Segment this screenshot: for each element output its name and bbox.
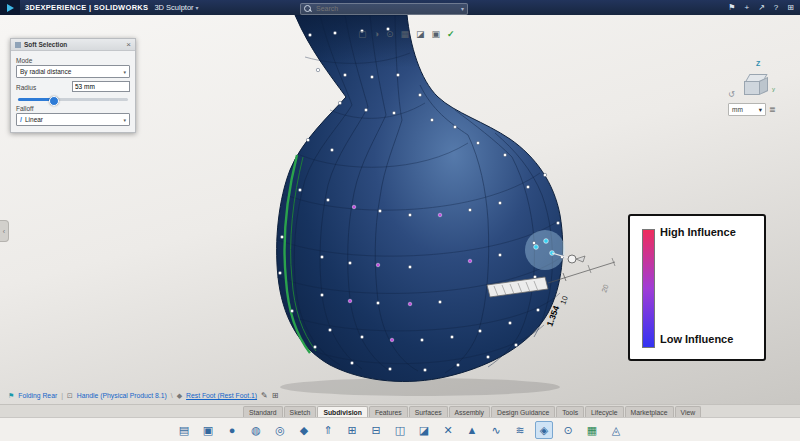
linear-falloff-icon: / [20, 116, 22, 123]
legend-high-label: High Influence [660, 226, 736, 238]
share-icon[interactable]: ↗ [758, 0, 765, 15]
tab-standard[interactable]: Standard [243, 406, 283, 417]
visibility-icon[interactable]: ⊙ [386, 29, 394, 39]
part-icon: ◆ [177, 392, 182, 400]
help-icon[interactable]: ? [774, 0, 778, 15]
smooth-mesh-icon[interactable]: ∿ [487, 421, 505, 439]
app-window: 3DEXPERIENCE | SOLIDWORKS 3D Sculptor ▾ … [0, 0, 800, 441]
mode-value: By radial distance [20, 68, 123, 75]
new-subdivision-part-icon[interactable]: ▤ [175, 421, 193, 439]
units-value: mm [732, 106, 743, 113]
tab-assembly[interactable]: Assembly [449, 406, 490, 417]
tab-view[interactable]: View [675, 406, 702, 417]
subdivide-mesh-icon[interactable]: ⊞ [343, 421, 361, 439]
flag-icon[interactable]: ⚑ [728, 0, 735, 15]
breadcrumb-item-rest-foot[interactable]: Rest Foot (Rest Foot.1) [186, 392, 257, 399]
z-axis-label: Z [756, 60, 760, 67]
3ds-compass-icon [7, 4, 14, 12]
add-icon[interactable]: + [744, 0, 749, 15]
action-bar: ▤ ▣ ● ◍ ◎ ◆ ⇑ ⊞ ⊟ ◫ ◪ ✕ ▲ ∿ ≋ ◈ ⊙ ▦ ◬ [0, 417, 800, 441]
app-name[interactable]: 3D Sculptor [154, 3, 193, 12]
top-bar: 3DEXPERIENCE | SOLIDWORKS 3D Sculptor ▾ … [0, 0, 800, 15]
crease-edge-icon[interactable]: ▲ [463, 421, 481, 439]
ruler-tick-20: 20 [600, 284, 609, 294]
box-primitive-icon[interactable]: ▣ [199, 421, 217, 439]
influence-legend: High Influence Low Influence [628, 214, 766, 361]
breadcrumb: ⚑ Folding Rear | ⊡ Handle (Physical Prod… [8, 391, 278, 400]
soft-selection-panel: Soft Selection × Mode By radial distance… [10, 38, 136, 133]
cylinder-primitive-icon[interactable]: ◍ [247, 421, 265, 439]
mirror-symmetry-icon[interactable]: ◫ [391, 421, 409, 439]
product-icon: ⊡ [67, 392, 73, 400]
tab-sketch[interactable]: Sketch [284, 406, 317, 417]
torus-primitive-icon[interactable]: ◎ [271, 421, 289, 439]
viewport-3d[interactable]: 10 20 1.354 ▢ ◑ ⊙ ▦ ◪ ▣ ✓ Soft Selection… [0, 15, 800, 404]
tab-tools[interactable]: Tools [556, 406, 584, 417]
units-dropdown[interactable]: mm ▾ [728, 103, 766, 116]
edit-icon[interactable]: ✎ [261, 391, 268, 400]
soft-selection-glow [525, 230, 565, 270]
view-modes-icon[interactable]: ▦ [401, 29, 410, 39]
split-loop-icon[interactable]: ◪ [415, 421, 433, 439]
panel-title: Soft Selection [24, 41, 126, 48]
mode-dropdown[interactable]: By radial distance ▾ [16, 65, 130, 78]
viewport-menu-icon[interactable]: ≣ [769, 105, 776, 114]
tab-lifecycle[interactable]: Lifecycle [585, 406, 623, 417]
radius-slider[interactable] [18, 98, 128, 101]
sphere-primitive-icon[interactable]: ● [223, 421, 241, 439]
topbar-actions: ⚑ + ↗ ? ⊞ [728, 0, 794, 15]
convert-to-brep-icon[interactable]: ⊙ [559, 421, 577, 439]
extrude-face-icon[interactable]: ⇑ [319, 421, 337, 439]
global-search[interactable]: ▾ [300, 3, 468, 15]
apply-check-icon[interactable]: ✓ [447, 29, 455, 39]
falloff-dropdown[interactable]: / Linear ▾ [16, 113, 130, 126]
breadcrumb-item-folding-rear[interactable]: Folding Rear [18, 392, 57, 399]
select-tool-icon[interactable]: ▢ [358, 29, 367, 39]
display-style-icon[interactable]: ◑ [374, 29, 379, 39]
quick-view-toolbar: ▢ ◑ ⊙ ▦ ◪ ▣ ✓ [358, 29, 455, 39]
chevron-down-icon: ▾ [123, 69, 126, 75]
search-scope-caret-icon[interactable]: ▾ [461, 5, 464, 12]
view-cube-side-face[interactable] [759, 77, 768, 95]
radius-input[interactable] [72, 81, 130, 92]
quadball-primitive-icon[interactable]: ◆ [295, 421, 313, 439]
display-manager-icon[interactable]: ▦ [583, 421, 601, 439]
panel-collapse-handle[interactable]: ‹ [0, 220, 9, 242]
ruler-tick-10: 10 [558, 295, 569, 306]
3ds-logo[interactable] [0, 0, 20, 15]
slider-handle[interactable] [49, 96, 59, 106]
breadcrumb-item-handle[interactable]: Handle (Physical Product 8.1) [77, 392, 167, 399]
close-icon[interactable]: × [126, 41, 131, 49]
rotate-view-icon[interactable]: ↺ [728, 90, 735, 99]
apps-grid-icon[interactable]: ⊞ [787, 0, 794, 15]
falloff-label: Falloff [16, 105, 130, 112]
chevron-down-icon: ▾ [759, 106, 762, 114]
thicken-body-icon[interactable]: ≋ [511, 421, 529, 439]
radius-label: Radius [16, 84, 36, 91]
section-view-icon[interactable]: ◪ [416, 29, 425, 39]
weld-vertices-icon[interactable]: ✕ [439, 421, 457, 439]
panel-header[interactable]: Soft Selection × [11, 39, 135, 51]
y-axis-label: y [772, 86, 775, 92]
tab-features[interactable]: Features [369, 406, 408, 417]
view-cube[interactable] [744, 74, 766, 94]
search-icon [304, 5, 311, 12]
tab-design-guidance[interactable]: Design Guidance [491, 406, 555, 417]
measure-tool-icon[interactable]: ◬ [607, 421, 625, 439]
brand-text: 3DEXPERIENCE | SOLIDWORKS [25, 3, 148, 12]
breadcrumb-separator: | [61, 392, 63, 399]
tab-subdivision[interactable]: Subdivision [317, 406, 368, 417]
camera-views-icon[interactable]: ▣ [432, 29, 441, 39]
search-input[interactable] [314, 4, 459, 13]
soft-selection-tool-icon[interactable]: ◈ [535, 421, 553, 439]
ribbon-tabs: Standard Sketch Subdivision Features Sur… [0, 404, 800, 417]
options-grid-icon[interactable]: ⊞ [272, 391, 279, 400]
tab-marketplace[interactable]: Marketplace [625, 406, 674, 417]
unsubdivide-mesh-icon[interactable]: ⊟ [367, 421, 385, 439]
app-switcher-caret-icon[interactable]: ▾ [196, 4, 199, 11]
tab-surfaces[interactable]: Surfaces [409, 406, 448, 417]
chevron-down-icon: ▾ [123, 117, 126, 123]
slider-fill [18, 98, 51, 101]
panel-body: Mode By radial distance ▾ Radius Falloff… [11, 51, 135, 132]
view-cube-front-face[interactable] [744, 81, 760, 95]
